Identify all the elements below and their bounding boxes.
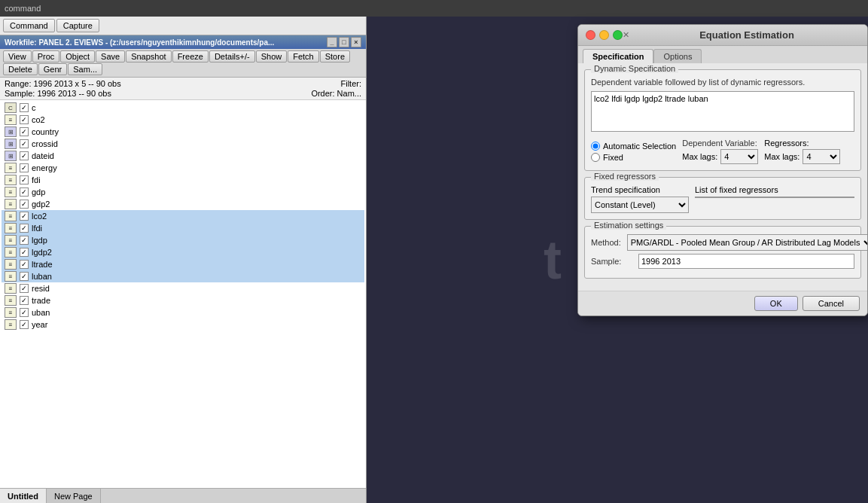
- var-checkbox-uban[interactable]: ✓: [20, 308, 29, 317]
- tab-specification[interactable]: Specification: [583, 49, 653, 63]
- proc-button[interactable]: Proc: [32, 50, 60, 62]
- workfile-minimize-button[interactable]: _: [327, 37, 337, 47]
- variable-item-lgdp2[interactable]: ≡✓lgdp2: [2, 246, 364, 258]
- variable-item-lgdp[interactable]: ≡✓lgdp: [2, 234, 364, 246]
- variable-item-luban[interactable]: ≡✓luban: [2, 270, 364, 282]
- variable-item-co2[interactable]: ≡✓co2: [2, 114, 364, 126]
- workfile-close-button[interactable]: ×: [351, 37, 361, 47]
- var-checkbox-lgdp[interactable]: ✓: [20, 236, 29, 245]
- var-checkbox-year[interactable]: ✓: [20, 320, 29, 329]
- close-traffic-light[interactable]: [586, 30, 595, 40]
- estimation-settings-content: Method: PMG/ARDL - Pooled Mean Group / A…: [585, 227, 860, 278]
- variable-item-gdp2[interactable]: ≡✓gdp2: [2, 198, 364, 210]
- var-checkbox-lgdp2[interactable]: ✓: [20, 248, 29, 257]
- workfile-maximize-button[interactable]: □: [339, 37, 349, 47]
- workfile-toolbar: View Proc Object Save Snapshot Freeze De…: [0, 49, 366, 78]
- minimize-traffic-light[interactable]: [599, 30, 609, 40]
- var-icon-uban: ≡: [5, 307, 17, 318]
- store-button[interactable]: Store: [320, 50, 350, 62]
- genr-button[interactable]: Genr: [38, 63, 67, 75]
- ok-button[interactable]: OK: [754, 296, 798, 311]
- var-name-lco2: lco2: [32, 212, 47, 221]
- variable-item-crossid[interactable]: ⊞✓crossid: [2, 138, 364, 150]
- var-icon-trade: ≡: [5, 295, 17, 306]
- method-row: Method: PMG/ARDL - Pooled Mean Group / A…: [591, 234, 854, 251]
- reg-max-lags-select[interactable]: 12345: [803, 149, 840, 164]
- object-button[interactable]: Object: [60, 50, 95, 62]
- var-checkbox-co2[interactable]: ✓: [20, 115, 29, 124]
- right-area: t Lite ✕ Equation Estimation Specificati…: [367, 17, 868, 503]
- var-icon-lfdi: ≡: [5, 223, 17, 233]
- var-icon-co2: ≡: [5, 114, 17, 125]
- variable-item-fdi[interactable]: ≡✓fdi: [2, 174, 364, 186]
- tab-untitled[interactable]: Untitled: [0, 489, 47, 503]
- var-name-lgdp2: lgdp2: [32, 248, 52, 257]
- var-checkbox-lco2[interactable]: ✓: [20, 212, 29, 221]
- var-name-country: country: [32, 127, 59, 136]
- dependent-var-label: Dependent Variable:: [682, 139, 758, 148]
- var-name-crossid: crossid: [32, 139, 58, 148]
- var-name-year: year: [32, 320, 47, 329]
- cancel-button[interactable]: Cancel: [803, 296, 860, 311]
- variable-item-uban[interactable]: ≡✓uban: [2, 306, 364, 319]
- method-select[interactable]: PMG/ARDL - Pooled Mean Group / AR Distri…: [627, 234, 868, 251]
- variable-item-gdp[interactable]: ≡✓gdp: [2, 186, 364, 198]
- var-checkbox-trade[interactable]: ✓: [20, 296, 29, 305]
- freeze-button[interactable]: Freeze: [172, 50, 209, 62]
- var-checkbox-crossid[interactable]: ✓: [20, 139, 29, 148]
- var-checkbox-ltrade[interactable]: ✓: [20, 260, 29, 269]
- variable-item-lco2[interactable]: ≡✓lco2: [2, 210, 364, 222]
- var-checkbox-country[interactable]: ✓: [20, 127, 29, 136]
- fetch-button[interactable]: Fetch: [288, 50, 319, 62]
- dep-max-lags-select[interactable]: 12345: [720, 149, 758, 164]
- var-checkbox-resid[interactable]: ✓: [20, 284, 29, 293]
- var-checkbox-lfdi[interactable]: ✓: [20, 224, 29, 233]
- variable-item-trade[interactable]: ≡✓trade: [2, 294, 364, 306]
- show-button[interactable]: Show: [256, 50, 288, 62]
- fixed-regressors-section: Fixed regressors Trend specification Non…: [584, 177, 861, 220]
- fixed-list-box[interactable]: [695, 197, 854, 198]
- var-checkbox-luban[interactable]: ✓: [20, 272, 29, 281]
- estimation-settings-section: Estimation settings Method: PMG/ARDL - P…: [584, 226, 861, 279]
- command-button[interactable]: Command: [3, 19, 55, 32]
- variable-item-dateid[interactable]: ⊞✓dateid: [2, 150, 364, 162]
- var-checkbox-gdp2[interactable]: ✓: [20, 200, 29, 209]
- var-checkbox-energy[interactable]: ✓: [20, 163, 29, 172]
- variable-item-ltrade[interactable]: ≡✓ltrade: [2, 258, 364, 270]
- fixed-selection-radio[interactable]: [591, 153, 600, 162]
- top-bar: command: [0, 0, 868, 17]
- snapshot-button[interactable]: Snapshot: [126, 50, 171, 62]
- var-name-co2: co2: [32, 115, 45, 124]
- maximize-traffic-light[interactable]: [613, 30, 623, 40]
- dynamic-spec-label: Dynamic Specification: [591, 64, 678, 73]
- tab-options[interactable]: Options: [653, 49, 702, 63]
- variable-item-resid[interactable]: ≡✓resid: [2, 282, 364, 294]
- regressors-section: Regressors: Max lags: 12345: [764, 139, 840, 164]
- variable-item-lfdi[interactable]: ≡✓lfdi: [2, 222, 364, 234]
- trend-spec-select[interactable]: None Constant (Level) Linear Trend Quadr…: [591, 197, 689, 213]
- var-checkbox-fdi[interactable]: ✓: [20, 175, 29, 184]
- var-icon-country: ⊞: [5, 127, 17, 137]
- var-checkbox-dateid[interactable]: ✓: [20, 151, 29, 160]
- trend-spec-label: Trend specification: [591, 185, 689, 194]
- sample-input[interactable]: [638, 254, 854, 269]
- variable-item-c[interactable]: C✓c: [2, 102, 364, 114]
- var-checkbox-gdp[interactable]: ✓: [20, 187, 29, 197]
- spec-textarea[interactable]: lco2 lfdi lgdp lgdp2 ltrade luban: [591, 91, 854, 132]
- var-checkbox-c[interactable]: ✓: [20, 103, 29, 112]
- delete-button[interactable]: Delete: [3, 63, 38, 75]
- view-button[interactable]: View: [3, 50, 32, 62]
- details-button[interactable]: Details+/-: [209, 50, 255, 62]
- auto-selection-radio[interactable]: [591, 142, 600, 151]
- variable-item-year[interactable]: ≡✓year: [2, 319, 364, 331]
- tab-new-page[interactable]: New Page: [47, 489, 101, 503]
- dialog-title: Equation Estimation: [634, 29, 860, 41]
- variable-item-country[interactable]: ⊞✓country: [2, 126, 364, 138]
- traffic-lights: [586, 30, 623, 40]
- capture-button[interactable]: Capture: [56, 19, 99, 32]
- variable-item-energy[interactable]: ≡✓energy: [2, 162, 364, 174]
- sample-button[interactable]: Sam...: [68, 63, 102, 75]
- bottom-tabs: Untitled New Page: [0, 488, 366, 503]
- save-button[interactable]: Save: [96, 50, 125, 62]
- var-icon-c: C: [5, 102, 17, 113]
